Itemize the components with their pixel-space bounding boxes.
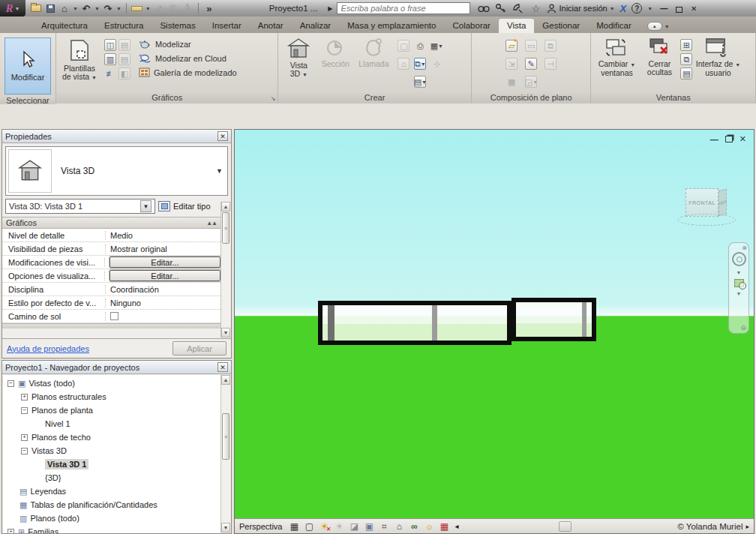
properties-help-link[interactable]: Ayuda de propiedades xyxy=(7,344,89,353)
application-menu-button[interactable]: R▼ xyxy=(0,0,26,16)
properties-title-bar[interactable]: Propiedades ✕ xyxy=(2,130,231,143)
title-block-icon[interactable]: ▭ xyxy=(525,40,537,52)
type-selector[interactable]: Vista 3D ▼ xyxy=(5,146,228,196)
close-hidden-button[interactable]: Cerrarocultas xyxy=(640,36,679,76)
revision-icon[interactable]: ✎ xyxy=(525,58,537,70)
subscription-key-icon[interactable] xyxy=(495,2,507,14)
tree-item-planos-estructurales[interactable]: + Planos estructurales xyxy=(3,390,220,404)
chevron-down-icon[interactable]: ▼ xyxy=(736,291,742,296)
collapse-expander-icon[interactable]: − xyxy=(8,380,14,387)
tree-item-planos-de-planta[interactable]: − Planos de planta xyxy=(3,404,220,417)
chevron-down-icon[interactable]: ▼ xyxy=(140,200,152,212)
chevron-down-icon[interactable]: ▼ xyxy=(116,6,122,11)
collapse-ribbon-icon[interactable]: ▲ xyxy=(647,22,662,31)
tile-windows-icon[interactable]: ▤ xyxy=(680,68,692,80)
render-button[interactable]: Modelizar xyxy=(139,39,237,49)
tree-item-3d[interactable]: {3D} xyxy=(3,471,220,484)
chevron-down-icon[interactable]: ▼ xyxy=(664,24,670,29)
chevron-down-icon[interactable]: ▼ xyxy=(610,6,615,11)
guide-grid-icon[interactable]: ▦ xyxy=(506,76,518,88)
thin-lines-icon[interactable]: ▤ xyxy=(118,53,130,65)
matchline-icon[interactable]: ⊣ xyxy=(544,58,556,70)
property-row[interactable]: Estilo por defecto de v... Ninguno xyxy=(2,296,220,310)
view-restore-icon[interactable] xyxy=(725,136,733,142)
show-hidden-lines-icon[interactable]: ◧ xyxy=(118,68,130,80)
tree-item-vistas-todo[interactable]: − ▣ Vistas (todo) xyxy=(3,376,220,390)
expand-expander-icon[interactable]: + xyxy=(21,434,28,441)
tree-item-planos-todo[interactable]: ▥ Planos (todo) xyxy=(3,512,220,525)
statusbar-button[interactable] xyxy=(559,521,572,532)
reveal-hidden-elements-icon[interactable]: ☼ xyxy=(423,520,435,532)
view-reference-icon[interactable]: ◲▼ xyxy=(525,76,537,88)
sign-in-button[interactable]: Iniciar sesión ▼ xyxy=(547,4,614,14)
chevron-down-icon[interactable]: ▼ xyxy=(647,6,652,11)
collapse-arrow-icon[interactable]: ◂ xyxy=(454,522,458,530)
view-3d-button[interactable]: Vista3D ▼ xyxy=(280,36,316,79)
schedules-icon[interactable]: ▦▼ xyxy=(430,40,442,52)
view-templates-button[interactable]: Plantillas de vista ▼ xyxy=(58,36,100,82)
collapse-expander-icon[interactable]: − xyxy=(21,407,28,414)
section-header-graficos[interactable]: Gráficos▲▲ xyxy=(2,217,220,229)
scroll-up-icon[interactable]: ▲ xyxy=(221,375,230,385)
text-button[interactable]: A xyxy=(182,2,194,14)
tree-item-planos-de-techo[interactable]: + Planos de techo xyxy=(3,430,220,444)
new-sheet-icon[interactable]: ▱✶ xyxy=(506,40,518,52)
viewcube-front-face[interactable]: FRONTAL xyxy=(686,188,718,217)
tab-vista[interactable]: Vista xyxy=(499,19,534,33)
ribbon-collapse-control[interactable]: ▲ ▼ xyxy=(647,22,670,31)
view-canvas[interactable]: — ✕ FRONTAL DER ⊗ ▼ ▼ ⊖ xyxy=(235,130,754,518)
scrollbar-thumb[interactable]: ≡ xyxy=(222,413,230,460)
render-gallery-button[interactable]: Galería de modelizado xyxy=(139,68,237,77)
open-button[interactable] xyxy=(30,2,42,14)
property-row[interactable]: Disciplina Coordinación xyxy=(2,283,220,296)
tab-insertar[interactable]: Insertar xyxy=(204,19,250,33)
rendering-dialog-icon[interactable]: ▣ xyxy=(363,520,375,532)
navbar-close-icon[interactable]: ⊗ xyxy=(742,244,747,251)
property-row[interactable]: Visibilidad de piezas Mostrar original xyxy=(2,242,220,256)
infocenter-flyout-icon[interactable]: ▶ xyxy=(328,5,332,12)
tree-item-familias[interactable]: + ⊞ Familias xyxy=(3,525,220,533)
chevron-down-icon[interactable]: ▼ xyxy=(736,270,742,275)
instance-selector-combo[interactable]: Vista 3D: Vista 3D 1 ▼ xyxy=(5,199,155,214)
close-icon[interactable]: ✕ xyxy=(218,362,228,372)
minimize-button[interactable]: — xyxy=(658,4,669,13)
chevron-down-icon[interactable]: ▼ xyxy=(216,167,223,175)
dialog-launcher-icon[interactable]: ↘ xyxy=(271,95,276,102)
view-scale-label[interactable]: Perspectiva xyxy=(239,522,282,531)
scrollbar-thumb[interactable]: ≡ xyxy=(222,212,230,244)
visibility-graphics-icon[interactable]: ◫ xyxy=(104,39,116,51)
edit-type-button[interactable]: Editar tipo xyxy=(158,201,211,212)
drafting-view-icon[interactable]: ▢ xyxy=(398,40,410,52)
scroll-down-icon[interactable]: ▼ xyxy=(221,523,230,532)
cascade-windows-icon[interactable]: ⧉ xyxy=(680,53,692,65)
tab-modificar[interactable]: Modificar xyxy=(588,19,640,33)
edit-display-options-button[interactable]: Editar... xyxy=(110,270,220,281)
property-row[interactable]: Opciones de visualiza... Editar... xyxy=(2,269,220,283)
expand-expander-icon[interactable]: + xyxy=(8,529,14,534)
panel-label-graficos[interactable]: Gráficos↘ xyxy=(56,91,278,104)
tree-item-vistas-3d[interactable]: − Vistas 3D xyxy=(3,444,220,458)
aligned-dimension-button[interactable]: ↗ xyxy=(153,2,165,14)
tree-item-vista-3d-1[interactable]: Vista 3D 1 xyxy=(3,458,220,471)
save-button[interactable] xyxy=(44,2,56,14)
tree-item-leyendas[interactable]: ▤ Leyendas xyxy=(3,484,220,498)
crop-view-icon[interactable]: ⌗ xyxy=(378,520,390,532)
elevation-icon[interactable]: ⌂ xyxy=(398,58,410,70)
undo-button[interactable]: ↶ xyxy=(80,2,92,14)
search-binoculars-icon[interactable] xyxy=(478,2,490,14)
search-input[interactable] xyxy=(337,2,470,14)
favorites-star-icon[interactable]: ☆ xyxy=(530,2,542,14)
locked-3d-view-icon[interactable]: ⌂ xyxy=(393,520,405,532)
default-3d-view-button[interactable]: ⌂ xyxy=(58,2,70,14)
insert-from-file-icon[interactable]: ⇲ xyxy=(506,58,518,70)
property-row[interactable]: Camino de sol xyxy=(2,310,220,323)
viewcube[interactable]: FRONTAL DER xyxy=(683,182,730,227)
tab-analizar[interactable]: Analizar xyxy=(292,19,340,33)
tab-anotar[interactable]: Anotar xyxy=(250,19,292,33)
properties-scrollbar[interactable]: ▲ ≡ ▼ xyxy=(220,202,230,338)
measure-button[interactable] xyxy=(131,2,143,14)
collapse-section-icon[interactable]: ▲▲ xyxy=(206,220,217,226)
close-button[interactable]: ✕ xyxy=(688,4,699,13)
pan-icon[interactable]: ⊖ xyxy=(740,324,746,332)
scroll-up-icon[interactable]: ▲ xyxy=(221,202,230,212)
